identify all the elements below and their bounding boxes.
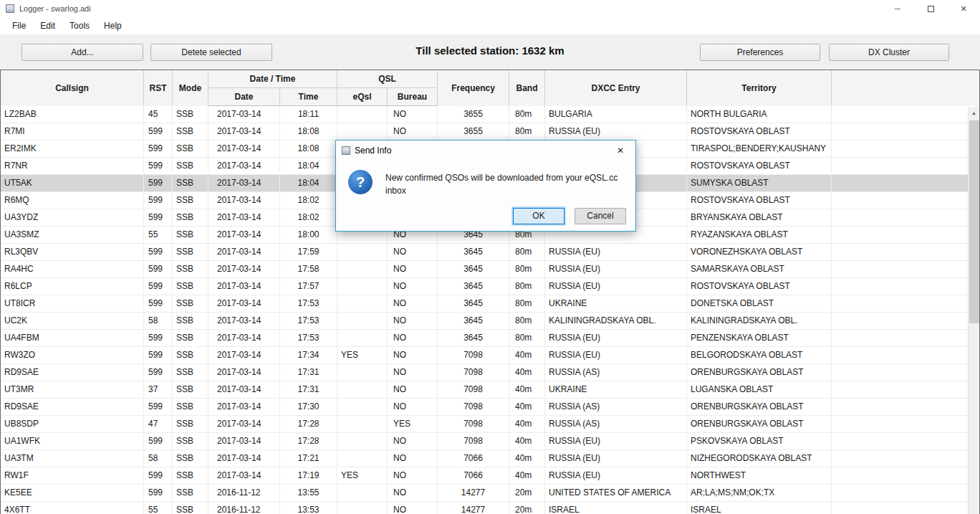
- cell-date: 2017-03-14: [208, 141, 280, 157]
- header-filler: [832, 70, 979, 106]
- cell-filler: [832, 158, 969, 174]
- cell-territory: ROSTOVSKAYA OBLAST: [687, 192, 832, 209]
- table-row[interactable]: UA1WFK599SSB2017-03-1417:28NO709840mRUSS…: [1, 433, 969, 450]
- header-time[interactable]: Time: [280, 88, 337, 105]
- cell-territory: ISRAEL: [687, 502, 832, 514]
- scroll-up-icon: ▲: [971, 110, 976, 115]
- maximize-button[interactable]: [914, 0, 947, 17]
- cell-territory: BRYANSKAYA OBLAST: [687, 209, 832, 226]
- cell-rst: 55: [144, 227, 173, 243]
- cell-eqsl: [337, 502, 388, 514]
- cell-bureau: NO: [388, 278, 438, 295]
- cell-band: 40m: [509, 381, 545, 398]
- cell-rst: 599: [144, 347, 173, 363]
- scroll-up-button[interactable]: ▲: [969, 107, 979, 119]
- cell-territory: ROSTOVSKAYA OBLAST: [687, 158, 832, 174]
- add-button[interactable]: Add...: [21, 44, 143, 61]
- cell-territory: LUGANSKA OBLAST: [687, 381, 832, 398]
- table-row[interactable]: UC2K58SSB2017-03-1417:53NO364580mKALININ…: [1, 313, 969, 330]
- cell-date: 2017-03-14: [208, 313, 280, 329]
- menu-help[interactable]: Help: [97, 17, 129, 34]
- close-button[interactable]: ✕: [947, 0, 980, 17]
- header-qsl[interactable]: QSL: [337, 70, 438, 88]
- table-row[interactable]: RL3QBV599SSB2017-03-1417:59NO364580mRUSS…: [1, 244, 969, 261]
- header-datetime[interactable]: Date / Time: [208, 70, 337, 88]
- cell-territory: KALININGRADSKAYA OBL.: [687, 313, 832, 329]
- cell-callsign: KE5EE: [1, 485, 144, 501]
- cell-callsign: RL3QBV: [1, 244, 144, 260]
- menu-tools[interactable]: Tools: [62, 17, 97, 34]
- cell-mode: SSB: [173, 347, 208, 363]
- scrollbar-thumb[interactable]: [969, 120, 979, 323]
- minimize-button[interactable]: ─: [881, 0, 914, 17]
- menu-file[interactable]: File: [5, 17, 33, 34]
- header-bureau[interactable]: Bureau: [388, 88, 438, 105]
- cell-rst: 58: [144, 313, 173, 329]
- table-row[interactable]: RW1F599SSB2017-03-1417:19YESNO706640mRUS…: [1, 467, 969, 485]
- maximize-icon: [928, 6, 934, 12]
- cell-dxcc: KALININGRADSKAYA OBL.: [545, 313, 687, 329]
- cell-dxcc: RUSSIA (EU): [545, 244, 687, 260]
- table-row[interactable]: KE5EE599SSB2016-11-1213:55NO1427720mUNIT…: [1, 485, 969, 502]
- table-row[interactable]: RW3ZO599SSB2017-03-1417:34YESNO709840mRU…: [1, 347, 969, 364]
- table-row[interactable]: RD9SAE599SSB2017-03-1417:31NO709840mRUSS…: [1, 364, 969, 381]
- table-row[interactable]: RD9SAE599SSB2017-03-1417:30NO709840mRUSS…: [1, 399, 969, 416]
- menu-edit[interactable]: Edit: [33, 17, 62, 34]
- cell-time: 18:00: [280, 227, 337, 243]
- dialog-close-icon: ✕: [617, 146, 624, 156]
- table-row[interactable]: UT3MR37SSB2017-03-1417:31NO709840mUKRAIN…: [1, 381, 969, 399]
- header-dxcc-entry[interactable]: DXCC Entry: [545, 70, 687, 106]
- cell-eqsl: [337, 485, 388, 501]
- preferences-button[interactable]: Preferences: [700, 44, 820, 61]
- cell-rst: 58: [144, 450, 173, 467]
- cell-time: 17:58: [280, 261, 337, 277]
- header-mode[interactable]: Mode: [173, 70, 208, 106]
- ok-button[interactable]: OK: [513, 208, 565, 224]
- dialog-close-button[interactable]: ✕: [605, 141, 635, 161]
- cell-frequency: 3655: [438, 123, 509, 140]
- cell-mode: SSB: [173, 158, 208, 174]
- header-callsign[interactable]: Callsign: [1, 70, 144, 106]
- table-row[interactable]: LZ2BAB45SSB2017-03-1418:11NO365580mBULGA…: [1, 106, 969, 123]
- cell-mode: SSB: [173, 141, 208, 157]
- vertical-scrollbar[interactable]: ▲: [968, 107, 979, 514]
- header-frequency[interactable]: Frequency: [438, 70, 509, 106]
- table-row[interactable]: UB8SDP47SSB2017-03-1417:28YES709840mRUSS…: [1, 416, 969, 433]
- dx-cluster-button[interactable]: DX Cluster: [829, 44, 949, 61]
- cell-filler: [832, 295, 969, 312]
- cell-dxcc: RUSSIA (EU): [545, 261, 687, 277]
- cell-callsign: RD9SAE: [1, 399, 144, 415]
- cell-filler: [832, 175, 969, 191]
- header-band[interactable]: Band: [509, 70, 545, 106]
- cell-date: 2017-03-14: [208, 227, 280, 243]
- header-eqsl[interactable]: eQsl: [337, 88, 388, 105]
- cell-date: 2017-03-14: [208, 433, 280, 449]
- cell-territory: NORTHWEST: [687, 467, 832, 484]
- table-row[interactable]: UA4FBM599SSB2017-03-1417:53NO364580mRUSS…: [1, 330, 969, 347]
- cell-territory: ORENBURGSKAYA OBLAST: [687, 364, 832, 381]
- cancel-button[interactable]: Cancel: [575, 208, 626, 224]
- cell-time: 17:30: [280, 399, 337, 415]
- dialog-icon: [342, 146, 350, 155]
- cell-mode: SSB: [173, 313, 208, 329]
- header-territory[interactable]: Territory: [687, 70, 832, 106]
- table-row[interactable]: R7MI599SSB2017-03-1418:08NO365580mRUSSIA…: [1, 123, 969, 141]
- table-row[interactable]: R6LCP599SSB2017-03-1417:57NO364580mRUSSI…: [1, 278, 969, 295]
- cell-callsign: UA4FBM: [1, 330, 144, 346]
- cell-mode: SSB: [173, 209, 208, 226]
- cell-band: 40m: [509, 347, 545, 363]
- table-row[interactable]: UT8ICR599SSB2017-03-1417:53NO364580mUKRA…: [1, 295, 969, 313]
- header-rst[interactable]: RST: [144, 70, 173, 106]
- table-row[interactable]: RA4HC599SSB2017-03-1417:58NO364580mRUSSI…: [1, 261, 969, 278]
- cell-time: 18:08: [280, 141, 337, 157]
- cell-time: 17:19: [280, 467, 337, 484]
- cell-mode: SSB: [173, 381, 208, 398]
- table-row[interactable]: 4X6TT55SSB2016-11-1213:53NO1427720mISRAE…: [1, 502, 969, 514]
- dialog-buttons: OK Cancel: [513, 208, 626, 224]
- cell-territory: ORENBURGSKAYA OBLAST: [687, 399, 832, 415]
- cell-territory: SAMARSKAYA OBLAST: [687, 261, 832, 277]
- dialog-title: Send Info: [355, 146, 391, 156]
- table-row[interactable]: UA3TM58SSB2017-03-1417:21NO706640mRUSSIA…: [1, 450, 969, 467]
- header-date[interactable]: Date: [208, 88, 280, 105]
- delete-selected-button[interactable]: Detete selected: [150, 44, 272, 61]
